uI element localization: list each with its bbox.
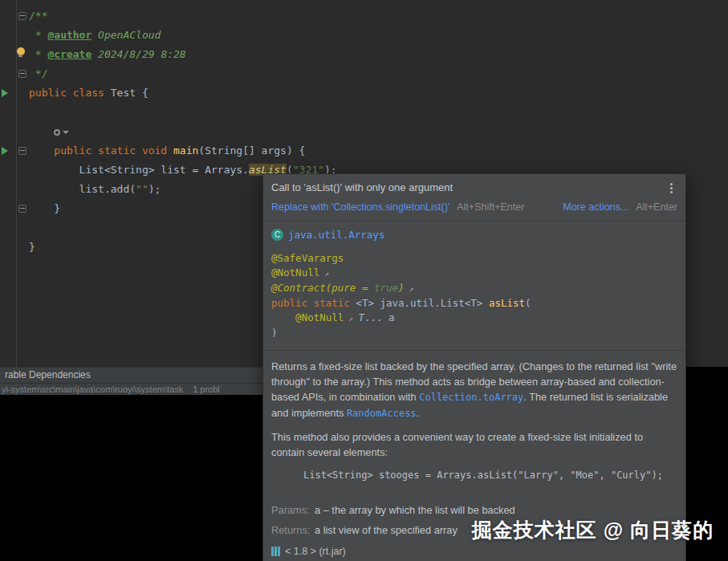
signature-line: @Contract(pure = true) ↗ (271, 281, 677, 296)
code-line: * @author OpenACloud (0, 26, 728, 45)
doc-paragraph: Returns a fixed-size list backed by the … (271, 359, 677, 421)
watermark-text: 掘金技术社区 @ 向日葵的 (472, 517, 714, 543)
signature-line: @NotNull ↗ T... a (271, 311, 677, 326)
quickfix-link[interactable]: Replace with 'Collections.singletonList(… (271, 201, 449, 213)
signature-line: @NotNull ↗ (271, 266, 677, 281)
params-label: Params: (271, 503, 315, 518)
class-icon: C (271, 229, 283, 241)
doc-link[interactable]: Collection.toArray (419, 392, 523, 403)
doc-signature-section: C java.util.Arrays @SafeVarargs@NotNull … (263, 221, 685, 350)
library-icon (271, 547, 280, 556)
doc-description: Returns a fixed-size list backed by the … (271, 359, 677, 460)
code-line (0, 122, 728, 141)
returns-value: a list view of the specified array (315, 523, 458, 538)
dependencies-toolwindow-tab[interactable]: rable Dependencies (0, 367, 263, 383)
more-actions-shortcut: Alt+Enter (636, 201, 677, 213)
status-bar: yi-system\src\main\java\com\ruoyi\system… (0, 383, 263, 395)
problems-indicator[interactable]: 1 probl (193, 384, 220, 394)
quickfix-shortcut: Alt+Shift+Enter (457, 201, 524, 213)
doc-link[interactable]: RandomAccess (347, 408, 417, 419)
inspection-hint-section: Call to 'asList()' with only one argumen… (263, 174, 685, 221)
method-signature: @SafeVarargs@NotNull ↗@Contract(pure = t… (271, 251, 677, 340)
params-value: a – the array by which the list will be … (315, 503, 515, 518)
code-line: public class Test { (0, 83, 728, 103)
documentation-popup: Call to 'asList()' with only one argumen… (262, 173, 686, 561)
more-actions-link[interactable]: More actions... (563, 201, 628, 213)
inlay-gear-icon[interactable] (54, 129, 69, 136)
external-link-icon[interactable]: ↗ (405, 284, 414, 293)
signature-line: ) (271, 326, 677, 340)
doc-paragraph: This method also provides a convenient w… (271, 429, 677, 460)
external-link-icon[interactable]: ↗ (344, 314, 358, 323)
file-path-text: yi-system\src\main\java\com\ruoyi\system… (2, 384, 183, 394)
code-line (0, 103, 728, 122)
jdk-version-switcher[interactable]: < 1.8 > (rt.jar) (285, 546, 346, 557)
signature-line: @SafeVarargs (271, 251, 677, 266)
signature-line: public static <T> java.util.List<T> asLi… (271, 296, 677, 311)
ide-screen: /** * @author OpenACloud * @create 2024/… (0, 0, 728, 561)
code-line: */ (0, 64, 728, 83)
code-line: public static void main(String[] args) { (0, 141, 728, 161)
code-sample: List<String> stooges = Arrays.asList("La… (303, 470, 677, 481)
returns-label: Returns: (271, 523, 315, 538)
kebab-menu-icon[interactable] (670, 183, 673, 185)
code-line: * @create 2024/8/29 8:28 (0, 45, 728, 64)
external-link-icon[interactable]: ↗ (319, 269, 329, 278)
class-link[interactable]: java.util.Arrays (288, 229, 384, 241)
dependencies-tab-label: rable Dependencies (5, 369, 91, 380)
inspection-message: Call to 'asList()' with only one argumen… (271, 181, 453, 193)
code-line: /** (0, 6, 728, 26)
